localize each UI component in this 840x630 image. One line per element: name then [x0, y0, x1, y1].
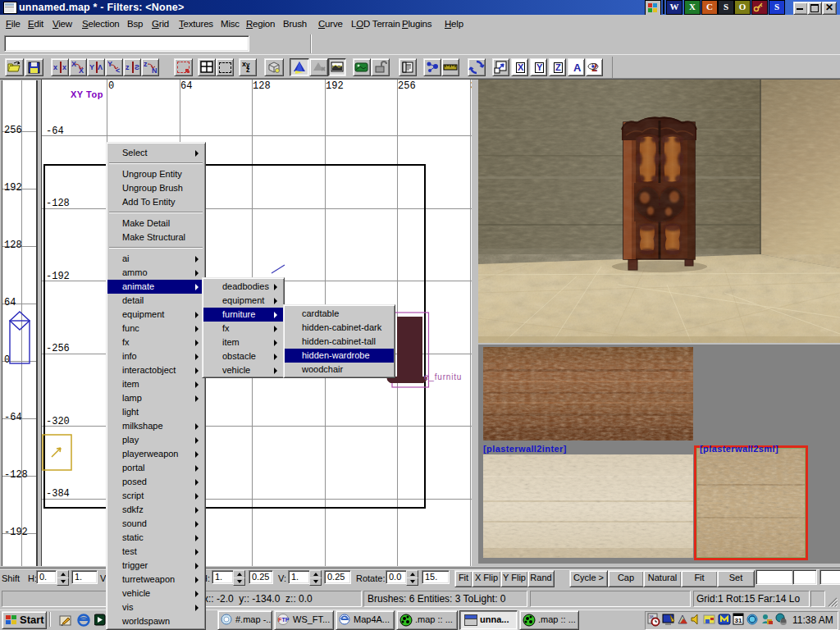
svg-text:TP: TP: [282, 617, 290, 623]
svg-text:31: 31: [735, 617, 742, 624]
